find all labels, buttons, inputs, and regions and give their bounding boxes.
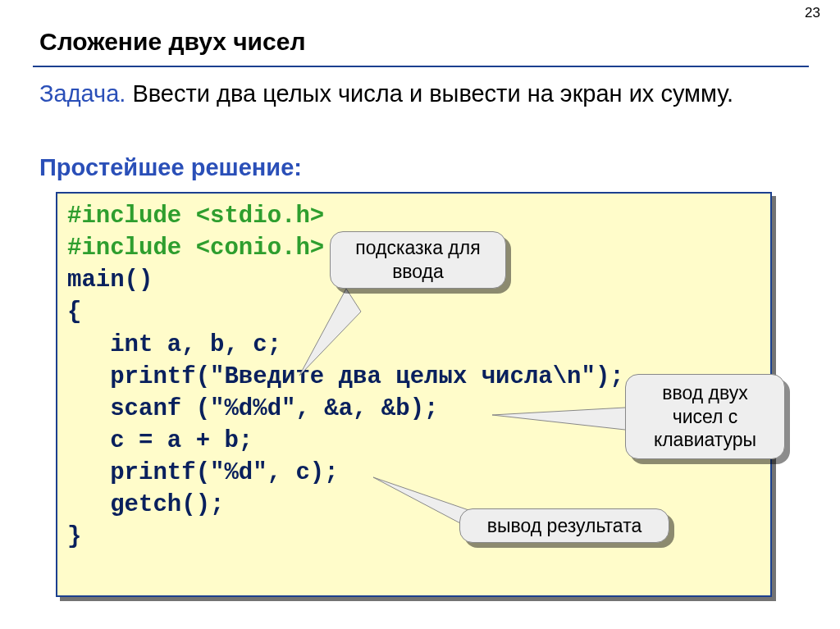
callout-input-pointer: [492, 402, 640, 435]
code-line-3: main(): [67, 267, 153, 294]
problem-label: Задача.: [39, 80, 126, 107]
callout-hint-pointer: [287, 287, 361, 377]
title-divider: [33, 66, 809, 67]
svg-marker-1: [492, 407, 640, 431]
solution-label: Простейшее решение:: [39, 154, 302, 181]
svg-marker-0: [299, 289, 361, 376]
problem-text: Ввести два целых числа и вывести на экра…: [132, 80, 733, 107]
code-line-1: #include <stdio.h>: [67, 203, 324, 230]
slide-title: Сложение двух чисел: [39, 28, 306, 56]
code-line-4: {: [67, 299, 81, 326]
code-line-5: int a, b, c;: [67, 331, 281, 358]
code-line-8: c = a + b;: [67, 427, 253, 454]
page-number: 23: [805, 5, 820, 21]
code-line-7: scanf ("%d%d", &a, &b);: [67, 395, 438, 422]
code-line-9: printf("%d", c);: [67, 459, 339, 486]
callout-output: вывод результата: [459, 508, 669, 543]
problem-block: Задача. Ввести два целых числа и вывести…: [39, 79, 802, 110]
code-line-11: }: [67, 523, 81, 550]
callout-input: ввод двухчисел склавиатуры: [625, 374, 785, 459]
code-line-2: #include <conio.h>: [67, 235, 324, 262]
callout-hint: подсказка дляввода: [330, 231, 506, 289]
code-line-10: getch();: [67, 491, 224, 518]
